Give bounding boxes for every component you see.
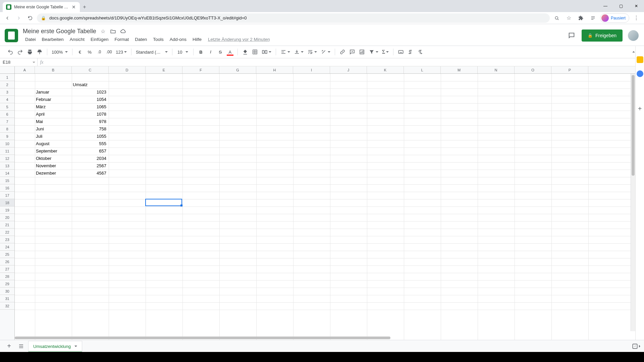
row-header[interactable]: 12 <box>0 155 14 162</box>
comments-icon[interactable] <box>567 31 576 40</box>
print-icon[interactable] <box>25 47 34 57</box>
sheet-tab-menu-icon[interactable] <box>74 346 77 347</box>
document-title[interactable]: Meine erste Google Tabelle <box>23 28 96 35</box>
row-header[interactable]: 8 <box>0 125 14 133</box>
column-header[interactable]: P <box>551 66 588 73</box>
row-header[interactable]: 16 <box>0 184 14 192</box>
kebab-menu-icon[interactable]: ⋮ <box>631 13 641 23</box>
extensions-icon[interactable] <box>576 13 586 23</box>
cell[interactable]: 2567 <box>72 162 107 170</box>
forward-icon[interactable] <box>14 13 23 23</box>
row-header[interactable]: 10 <box>0 140 14 147</box>
column-header[interactable]: C <box>72 66 109 73</box>
last-edit-text[interactable]: Letzte Änderung vor 2 Minuten <box>208 37 270 42</box>
cell[interactable]: Januar <box>35 88 70 96</box>
row-header[interactable]: 7 <box>0 118 14 125</box>
column-header[interactable]: J <box>330 66 367 73</box>
cell[interactable]: 978 <box>72 118 107 125</box>
cell[interactable]: Mai <box>35 118 70 125</box>
row-header[interactable]: 27 <box>0 265 14 273</box>
menu-daten[interactable]: Daten <box>132 36 149 43</box>
menu-datei[interactable]: Datei <box>23 36 38 43</box>
rtl-text-icon[interactable] <box>416 47 425 57</box>
star-icon[interactable]: ☆ <box>100 28 106 35</box>
number-format-dropdown[interactable]: 123 <box>114 47 128 57</box>
row-header[interactable]: 14 <box>0 170 14 177</box>
row-header[interactable]: 23 <box>0 236 14 243</box>
row-header[interactable]: 26 <box>0 258 14 265</box>
row-header[interactable]: 19 <box>0 206 14 214</box>
row-header[interactable]: 18 <box>0 199 14 206</box>
profile-pause-pill[interactable]: Pausiert <box>600 13 629 23</box>
row-header[interactable]: 2 <box>0 81 14 88</box>
account-avatar[interactable] <box>628 30 639 41</box>
row-header[interactable]: 13 <box>0 162 14 170</box>
column-header[interactable]: A <box>15 66 35 73</box>
cell[interactable]: April <box>35 111 70 118</box>
bold-button[interactable]: B <box>197 47 205 57</box>
increase-decimal-button[interactable]: .00 <box>105 47 113 57</box>
row-header[interactable]: 31 <box>0 295 14 302</box>
row-header[interactable]: 29 <box>0 280 14 288</box>
merge-cells-icon[interactable] <box>260 47 273 57</box>
row-header[interactable]: 9 <box>0 133 14 140</box>
cell[interactable]: 2034 <box>72 155 107 162</box>
column-header[interactable]: N <box>478 66 515 73</box>
menu-einfügen[interactable]: Einfügen <box>88 36 111 43</box>
add-panel-icon[interactable]: + <box>637 105 643 112</box>
menu-bearbeiten[interactable]: Bearbeiten <box>40 36 66 43</box>
row-header[interactable]: 22 <box>0 229 14 236</box>
menu-ansicht[interactable]: Ansicht <box>67 36 87 43</box>
bookmark-star-icon[interactable]: ☆ <box>564 13 574 23</box>
row-header[interactable]: 11 <box>0 147 14 155</box>
keyboard-input-icon[interactable] <box>396 47 405 57</box>
cell[interactable]: 4567 <box>72 170 107 177</box>
row-header[interactable]: 24 <box>0 243 14 251</box>
insert-comment-icon[interactable] <box>348 47 357 57</box>
row-header[interactable]: 6 <box>0 111 14 118</box>
paint-format-icon[interactable] <box>35 47 44 57</box>
column-header[interactable]: K <box>367 66 404 73</box>
cell[interactable]: 1023 <box>72 88 107 96</box>
row-header[interactable]: 17 <box>0 192 14 199</box>
cell[interactable]: 1055 <box>72 133 107 140</box>
horizontal-scrollbar[interactable] <box>15 336 631 340</box>
row-header[interactable]: 28 <box>0 273 14 280</box>
row-header[interactable]: 21 <box>0 221 14 229</box>
cell[interactable]: Umsatz <box>72 81 107 88</box>
italic-button[interactable]: I <box>206 47 215 57</box>
side-panel-toggle-icon[interactable] <box>635 341 644 351</box>
font-family-dropdown[interactable]: Standard (… <box>135 48 169 56</box>
column-header[interactable]: M <box>441 66 478 73</box>
move-folder-icon[interactable] <box>110 28 116 35</box>
horizontal-align-icon[interactable] <box>279 47 291 57</box>
fill-color-icon[interactable] <box>241 47 250 57</box>
cell[interactable]: September <box>35 147 70 155</box>
row-header[interactable]: 25 <box>0 251 14 258</box>
cloud-status-icon[interactable] <box>120 28 126 35</box>
text-color-button[interactable]: A <box>226 47 234 57</box>
formula-input[interactable] <box>46 58 644 66</box>
omnibox[interactable]: 🔒 docs.google.com/spreadsheets/d/1D9UyOE… <box>37 13 550 23</box>
back-icon[interactable] <box>3 13 12 23</box>
zoom-indicator-icon[interactable] <box>552 13 562 23</box>
row-header[interactable]: 1 <box>0 74 14 81</box>
strikethrough-button[interactable]: S <box>216 47 225 57</box>
vertical-align-icon[interactable] <box>292 47 305 57</box>
cell[interactable]: 1065 <box>72 103 107 111</box>
close-tab-icon[interactable]: ✕ <box>71 4 76 10</box>
cell[interactable]: 1078 <box>72 111 107 118</box>
font-size-dropdown[interactable]: 10 <box>175 48 190 56</box>
row-header[interactable]: 4 <box>0 96 14 103</box>
zoom-dropdown[interactable]: 100% <box>50 48 69 56</box>
row-header[interactable]: 20 <box>0 214 14 221</box>
row-header[interactable]: 5 <box>0 103 14 111</box>
new-tab-button[interactable]: + <box>80 2 89 12</box>
menu-add-ons[interactable]: Add-ons <box>167 36 189 43</box>
keep-icon[interactable] <box>637 56 643 63</box>
text-rotation-icon[interactable] <box>319 47 332 57</box>
insert-chart-icon[interactable] <box>358 47 366 57</box>
functions-sigma-icon[interactable]: Σ <box>381 47 390 57</box>
cell[interactable]: 555 <box>72 140 107 147</box>
undo-icon[interactable] <box>6 47 15 57</box>
